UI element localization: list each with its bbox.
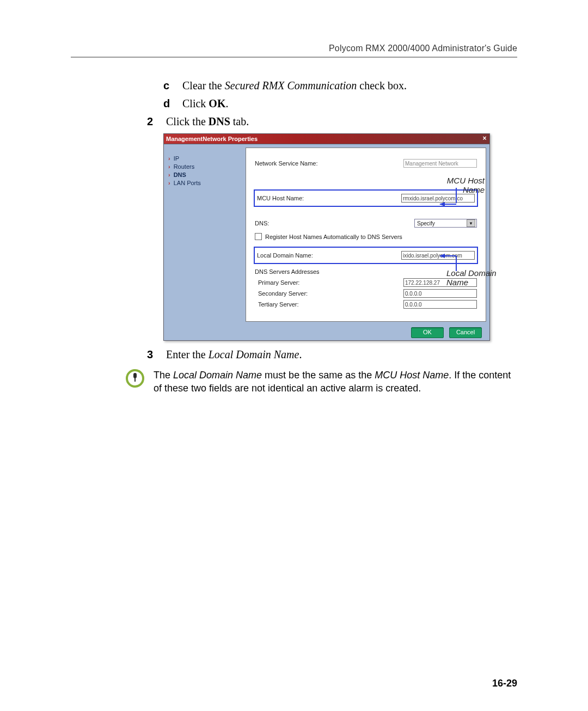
step-c-text2: check box.: [357, 79, 407, 91]
step-c-letter: c: [163, 79, 180, 92]
page-number: 16-29: [492, 678, 517, 689]
step-d: d Click OK.: [163, 97, 517, 110]
step-3-number: 3: [147, 348, 163, 361]
tertiary-server-field[interactable]: [403, 300, 477, 309]
note-i1: Local Domain Name: [173, 370, 262, 381]
dns-label: DNS:: [255, 220, 414, 226]
step-c-italic: Secured RMX Communication: [225, 79, 357, 91]
note-t1: The: [154, 370, 173, 381]
dialog-titlebar: ManagementNetwork Properties ×: [164, 134, 489, 144]
step-2-bold: DNS: [209, 115, 230, 127]
arrow-local-domain: [440, 255, 456, 256]
step-d-text1: Click: [182, 97, 209, 109]
note-i2: MCU Host Name: [375, 370, 449, 381]
callout-mcu-host-line2: Name: [436, 185, 485, 194]
network-service-name-label: Network Service Name:: [255, 160, 403, 167]
network-service-name-field: [403, 159, 477, 168]
cancel-button[interactable]: Cancel: [449, 327, 482, 338]
tertiary-server-label: Tertiary Server:: [255, 301, 403, 308]
step-c-text1: Clear the: [182, 79, 225, 91]
step-d-text2: .: [225, 97, 228, 109]
note-t2: must be the same as the: [262, 370, 375, 381]
secondary-server-label: Secondary Server:: [255, 290, 403, 297]
page-header: Polycom RMX 2000/4000 Administrator's Gu…: [71, 44, 517, 53]
header-rule: [71, 57, 517, 58]
step-2-number: 2: [147, 115, 163, 128]
secondary-server-field[interactable]: [403, 289, 477, 298]
arrow-mcu-host-vert: [456, 188, 457, 203]
nav-lan-ports[interactable]: LAN Ports: [168, 180, 241, 186]
close-icon[interactable]: ×: [481, 135, 488, 143]
dialog-form: Network Service Name: MCU Host Name: DNS…: [246, 148, 486, 322]
chevron-down-icon: ▼: [467, 219, 475, 227]
arrow-local-domain-vert: [456, 256, 457, 271]
dns-select[interactable]: Specify ▼: [414, 219, 477, 228]
mcu-host-name-field[interactable]: [401, 194, 475, 203]
callout-local-domain-line2: Name: [446, 278, 506, 287]
step-3-text1: Enter the: [166, 348, 209, 360]
dialog-footer: OK Cancel: [164, 325, 489, 340]
step-3: 3 Enter the Local Domain Name.: [147, 348, 517, 361]
callout-mcu-host: MCU Host Name: [436, 176, 485, 194]
mcu-host-name-label: MCU Host Name:: [257, 195, 401, 201]
dialog-figure: ManagementNetwork Properties × IP Router…: [163, 133, 490, 341]
local-domain-name-field[interactable]: [401, 251, 475, 260]
dns-select-value: Specify: [417, 220, 435, 226]
step-3-text2: .: [299, 348, 302, 360]
register-host-label: Register Host Names Automatically to DNS…: [265, 234, 402, 240]
step-2-text2: tab.: [230, 115, 249, 127]
ok-button[interactable]: OK: [411, 327, 444, 338]
nav-dns[interactable]: DNS: [168, 171, 241, 178]
management-network-dialog: ManagementNetwork Properties × IP Router…: [163, 133, 490, 341]
dns-servers-addresses-label: DNS Servers Addresses: [255, 268, 477, 275]
step-d-letter: d: [163, 97, 180, 110]
callout-mcu-host-line1: MCU Host: [436, 176, 485, 185]
note-row: The Local Domain Name must be the same a…: [125, 369, 517, 395]
arrow-mcu-host: [440, 204, 456, 205]
pushpin-icon: [125, 369, 145, 388]
register-host-checkbox[interactable]: [255, 233, 262, 240]
nav-ip[interactable]: IP: [168, 155, 241, 162]
dialog-title: ManagementNetwork Properties: [166, 136, 258, 142]
primary-server-label: Primary Server:: [255, 279, 403, 286]
note-text: The Local Domain Name must be the same a…: [154, 369, 517, 395]
step-d-bold: OK: [209, 97, 225, 109]
callout-local-domain: Local Domain Name: [446, 268, 506, 287]
step-3-italic: Local Domain Name: [209, 348, 299, 360]
step-c: c Clear the Secured RMX Communication ch…: [163, 79, 517, 92]
local-domain-name-label: Local Domain Name:: [257, 252, 401, 259]
dialog-nav: IP Routers DNS LAN Ports: [164, 144, 246, 325]
step-2-text1: Click the: [166, 115, 209, 127]
nav-routers[interactable]: Routers: [168, 163, 241, 170]
step-2: 2 Click the DNS tab.: [147, 115, 517, 128]
